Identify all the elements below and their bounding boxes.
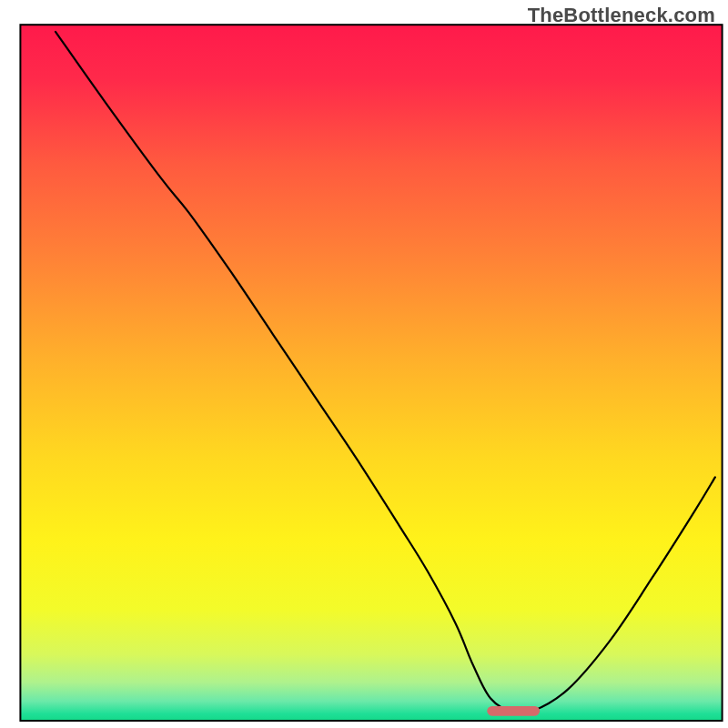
bottleneck-chart: TheBottleneck.com — [0, 0, 728, 728]
optimal-marker — [487, 706, 540, 716]
watermark-text: TheBottleneck.com — [528, 4, 715, 27]
chart-svg — [0, 0, 728, 728]
